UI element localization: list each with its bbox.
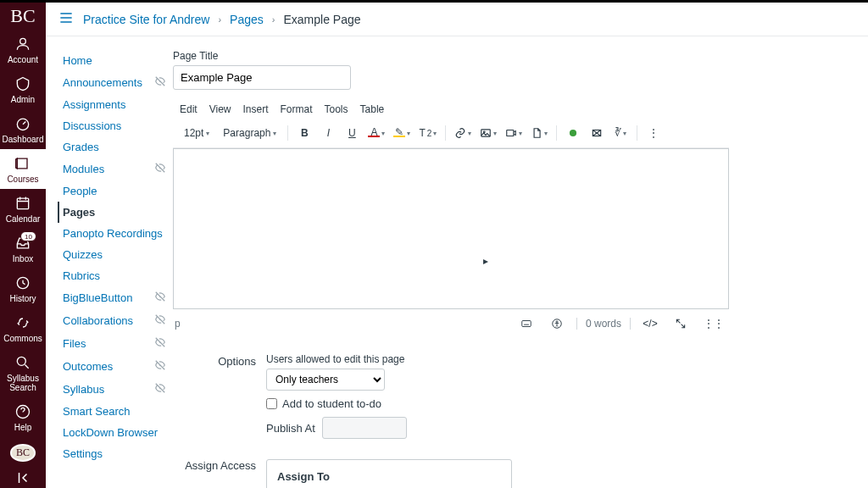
page-title-input[interactable] bbox=[173, 65, 351, 90]
course-nav-label: Quizzes bbox=[63, 248, 103, 261]
document-button[interactable]: ▾ bbox=[527, 122, 551, 144]
math-button[interactable]: ∛▾ bbox=[609, 122, 632, 144]
hamburger-icon[interactable] bbox=[58, 9, 75, 29]
account-icon bbox=[14, 35, 32, 53]
course-nav-item[interactable]: Assignments bbox=[58, 94, 173, 115]
global-nav-commons[interactable]: Commons bbox=[0, 308, 46, 348]
superscript-button[interactable]: T2▾ bbox=[415, 122, 440, 144]
breadcrumb-sep-icon: › bbox=[272, 14, 275, 25]
remove-button[interactable] bbox=[586, 122, 608, 144]
page-title-label: Page Title bbox=[173, 50, 729, 62]
hidden-icon bbox=[154, 162, 166, 176]
course-nav-label: Modules bbox=[63, 163, 104, 175]
course-nav-item[interactable]: Settings bbox=[58, 443, 173, 464]
svg-point-0 bbox=[20, 38, 26, 44]
font-size-dropdown[interactable]: 12pt▾ bbox=[178, 122, 215, 144]
block-format-dropdown[interactable]: Paragraph▾ bbox=[217, 122, 282, 144]
editor-menu-tools[interactable]: Tools bbox=[325, 103, 348, 115]
global-nav-calendar[interactable]: Calendar bbox=[0, 189, 46, 229]
course-nav-item[interactable]: People bbox=[58, 180, 173, 202]
course-nav-item[interactable]: Rubrics bbox=[58, 265, 173, 286]
course-nav-item[interactable]: Quizzes bbox=[58, 244, 173, 265]
add-todo-checkbox[interactable] bbox=[266, 398, 277, 409]
editor-menu-insert[interactable]: Insert bbox=[242, 103, 268, 115]
commons-icon bbox=[14, 313, 32, 332]
editor-menu-view[interactable]: View bbox=[209, 103, 231, 115]
global-nav-syllabus-search[interactable]: Syllabus Search bbox=[0, 348, 46, 397]
hidden-icon bbox=[154, 313, 166, 328]
editor-toolbar: 12pt▾ Paragraph▾ B I U A▾ ✎▾ T2▾ ▾ ▾ ▾ ▾ bbox=[173, 119, 729, 148]
course-nav-label: Rubrics bbox=[63, 269, 100, 282]
course-nav-item[interactable]: Announcements bbox=[58, 71, 173, 94]
svg-rect-8 bbox=[507, 130, 514, 136]
assign-card: Assign To Everyone ✕ Start typing to sea… bbox=[266, 459, 512, 488]
course-nav-label: Collaborations bbox=[63, 314, 133, 327]
editor-menu-edit[interactable]: Edit bbox=[180, 103, 198, 115]
course-nav-label: Grades bbox=[63, 141, 99, 153]
editor-menu-format[interactable]: Format bbox=[281, 103, 313, 115]
apps-button[interactable] bbox=[562, 122, 584, 144]
inbox-icon: 10 bbox=[14, 234, 32, 252]
course-nav-label: Settings bbox=[63, 447, 103, 460]
resize-handle[interactable]: ⋮⋮ bbox=[700, 313, 727, 335]
highlight-button[interactable]: ✎▾ bbox=[390, 122, 414, 144]
breadcrumb-current: Example Page bbox=[283, 13, 360, 26]
keyboard-shortcuts-button[interactable] bbox=[515, 313, 537, 335]
course-nav-item[interactable]: Smart Search bbox=[58, 401, 173, 422]
global-nav-dashboard[interactable]: Dashboard bbox=[0, 109, 46, 149]
course-nav-item[interactable]: Discussions bbox=[58, 115, 173, 136]
breadcrumb-section[interactable]: Pages bbox=[230, 13, 264, 26]
course-nav-item[interactable]: Modules bbox=[58, 158, 173, 180]
global-nav-courses[interactable]: Courses bbox=[0, 149, 46, 189]
mouse-cursor-icon: ▸ bbox=[483, 255, 488, 267]
global-nav-help[interactable]: Help bbox=[0, 397, 46, 437]
assign-to-heading: Assign To bbox=[277, 470, 501, 483]
course-nav-item[interactable]: Home bbox=[58, 50, 173, 71]
course-nav-item[interactable]: Syllabus bbox=[58, 378, 173, 401]
global-nav-admin[interactable]: Admin bbox=[0, 69, 46, 109]
text-color-button[interactable]: A▾ bbox=[364, 122, 388, 144]
course-nav-item[interactable]: LockDown Browser bbox=[58, 422, 173, 443]
global-nav-inbox[interactable]: 10 Inbox bbox=[0, 229, 46, 269]
hidden-icon bbox=[154, 75, 166, 90]
admin-icon bbox=[14, 75, 32, 93]
course-nav-label: Outcomes bbox=[63, 360, 113, 373]
hidden-icon bbox=[154, 359, 166, 374]
word-count: 0 words bbox=[586, 318, 621, 330]
bold-button[interactable]: B bbox=[293, 122, 315, 144]
hidden-icon bbox=[154, 382, 166, 396]
italic-button[interactable]: I bbox=[317, 122, 339, 144]
image-button[interactable]: ▾ bbox=[476, 122, 500, 144]
media-button[interactable]: ▾ bbox=[502, 122, 526, 144]
svg-rect-11 bbox=[522, 321, 531, 327]
accessibility-checker-button[interactable] bbox=[546, 313, 568, 335]
avatar[interactable]: BC bbox=[10, 444, 36, 462]
publish-at-input[interactable] bbox=[322, 417, 407, 439]
editor-menu-table[interactable]: Table bbox=[360, 103, 385, 115]
course-nav-item[interactable]: Collaborations bbox=[58, 309, 173, 332]
editor-canvas[interactable]: ▸ bbox=[173, 148, 729, 309]
html-view-button[interactable]: </> bbox=[639, 313, 661, 335]
editor-path: p bbox=[175, 318, 181, 330]
link-button[interactable]: ▾ bbox=[451, 122, 475, 144]
course-nav-item[interactable]: Outcomes bbox=[58, 355, 173, 378]
global-nav-account[interactable]: Account bbox=[0, 30, 46, 69]
course-nav-label: Pages bbox=[63, 206, 95, 219]
options-label: Options bbox=[173, 353, 266, 439]
course-nav-label: Home bbox=[63, 54, 92, 67]
course-nav-item[interactable]: BigBlueButton bbox=[58, 286, 173, 309]
search-icon bbox=[14, 353, 32, 372]
course-nav-item[interactable]: Pages bbox=[58, 202, 173, 223]
edit-permission-select[interactable]: Only teachers bbox=[266, 369, 385, 391]
underline-button[interactable]: U bbox=[341, 122, 363, 144]
course-nav-item[interactable]: Panopto Recordings bbox=[58, 223, 173, 244]
fullscreen-button[interactable] bbox=[670, 313, 692, 335]
course-nav-item[interactable]: Grades bbox=[58, 136, 173, 158]
institution-logo[interactable]: BC bbox=[0, 3, 46, 30]
global-nav-history[interactable]: History bbox=[0, 269, 46, 308]
toolbar-overflow-button[interactable]: ⋮ bbox=[643, 122, 665, 144]
global-nav-collapse[interactable] bbox=[0, 469, 46, 488]
course-nav-item[interactable]: Files bbox=[58, 332, 173, 355]
breadcrumb-sep-icon: › bbox=[218, 14, 221, 25]
breadcrumb-site[interactable]: Practice Site for Andrew bbox=[83, 13, 209, 26]
